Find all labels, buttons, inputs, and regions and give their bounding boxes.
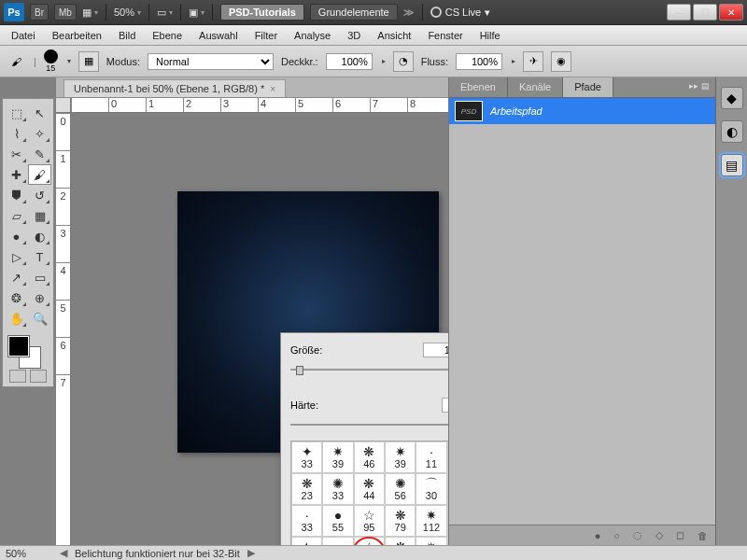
- brush-preset-cell[interactable]: ·33: [291, 505, 322, 537]
- 3d-tool[interactable]: ❂: [5, 287, 28, 308]
- brush-tool[interactable]: 🖌: [28, 164, 51, 185]
- screenmode-toggle[interactable]: [30, 370, 47, 383]
- swatches-panel-icon[interactable]: ◆: [721, 87, 743, 109]
- crop-tool[interactable]: ✂: [5, 144, 28, 164]
- bridge-button[interactable]: Br: [30, 4, 49, 21]
- fill-path-icon[interactable]: ●: [595, 530, 601, 541]
- vertical-ruler: 01234567: [56, 113, 71, 545]
- brush-preset-cell[interactable]: ❋79: [385, 505, 416, 537]
- brush-preset-cell[interactable]: ✷112: [416, 505, 446, 537]
- lasso-tool[interactable]: ⌇: [5, 123, 28, 144]
- cs-live-button[interactable]: CS Live ▾: [430, 7, 491, 19]
- size-label: Größe:: [290, 344, 337, 356]
- mode-select[interactable]: Normal: [148, 53, 274, 70]
- status-zoom[interactable]: 50%: [6, 548, 52, 559]
- brush-preset-cell[interactable]: ✦33: [291, 441, 322, 473]
- brush-preset-cell[interactable]: ✺33: [322, 473, 353, 505]
- opacity-field[interactable]: 100%: [326, 53, 373, 70]
- screenmode-dropdown[interactable]: ▣: [189, 7, 204, 19]
- eraser-tool[interactable]: ▱: [5, 205, 28, 226]
- gradient-tool[interactable]: ▦: [28, 205, 51, 226]
- chevron-right-icon[interactable]: ≫: [403, 7, 415, 19]
- blur-tool[interactable]: ●: [5, 226, 28, 246]
- new-path-icon[interactable]: ◻: [676, 529, 684, 541]
- maximize-button[interactable]: ☐: [693, 4, 717, 21]
- title-bar: Ps Br Mb ▦ 50% ▭ ▣ PSD-Tutorials Grundel…: [0, 0, 747, 25]
- brush-panel-toggle[interactable]: ▦: [78, 51, 99, 72]
- eyedropper-tool[interactable]: ✎: [28, 144, 51, 164]
- menu-3d[interactable]: 3D: [340, 27, 368, 44]
- path-to-selection-icon[interactable]: ◌: [633, 529, 642, 541]
- close-tab-icon[interactable]: ×: [270, 84, 275, 94]
- wand-tool[interactable]: ✧: [28, 123, 51, 144]
- close-button[interactable]: ✕: [719, 4, 743, 21]
- ruler-origin[interactable]: [56, 98, 71, 113]
- pressure-opacity-icon[interactable]: ◔: [393, 51, 414, 72]
- brush-preset-cell[interactable]: ✺56: [385, 473, 416, 505]
- heal-tool[interactable]: ✚: [5, 164, 28, 185]
- menu-bearbeiten[interactable]: Bearbeiten: [45, 27, 109, 44]
- grundelemente-link[interactable]: Grundelemente: [310, 4, 398, 21]
- photoshop-logo: Ps: [4, 3, 24, 21]
- dodge-tool[interactable]: ◐: [28, 226, 51, 246]
- stroke-path-icon[interactable]: ○: [613, 530, 620, 541]
- brush-preset-cell[interactable]: ❋23: [291, 473, 322, 505]
- flow-field[interactable]: 100%: [456, 53, 502, 70]
- path-thumbnail: PSD: [455, 101, 483, 121]
- color-swatches[interactable]: [5, 334, 51, 366]
- brush-preset-picker[interactable]: 15: [44, 49, 58, 73]
- brush-preset-cell[interactable]: ❋46: [354, 441, 385, 473]
- brush-preset-cell[interactable]: ✷39: [322, 441, 353, 473]
- brush-preset-cell[interactable]: ☆95: [354, 505, 385, 537]
- panel-menu-icon[interactable]: ▸▸ ▤: [684, 77, 715, 97]
- path-row-arbeitspfad[interactable]: PSD Arbeitspfad: [449, 98, 715, 124]
- zoom-tool[interactable]: 🔍: [28, 308, 51, 329]
- psd-tutorials-link[interactable]: PSD-Tutorials: [220, 4, 304, 21]
- panel-tabs: Ebenen Kanäle Pfade ▸▸ ▤: [449, 77, 715, 98]
- menu-filter[interactable]: Filter: [247, 27, 285, 44]
- shape-tool[interactable]: ▭: [28, 267, 51, 287]
- status-prev-icon[interactable]: ◀: [60, 547, 67, 559]
- brush-preset-cell[interactable]: ●55: [322, 505, 353, 537]
- brush-preset-cell[interactable]: ❋44: [354, 473, 385, 505]
- brush-preset-cell[interactable]: ⌒30: [416, 473, 446, 505]
- tab-pfade[interactable]: Pfade: [563, 77, 613, 97]
- move-tool[interactable]: ⬚: [5, 103, 28, 123]
- stamp-tool[interactable]: ⛊: [5, 185, 28, 205]
- document-tab[interactable]: Unbenannt-1 bei 50% (Ebene 1, RGB/8) *×: [63, 79, 286, 97]
- selection-to-path-icon[interactable]: ◇: [655, 529, 663, 541]
- quickmask-toggle[interactable]: [9, 370, 26, 383]
- menu-ansicht[interactable]: Ansicht: [370, 27, 418, 44]
- delete-path-icon[interactable]: 🗑: [698, 530, 708, 541]
- menu-ebene[interactable]: Ebene: [145, 27, 190, 44]
- brush-preset-cell[interactable]: ✷39: [385, 441, 416, 473]
- tab-kanaele[interactable]: Kanäle: [508, 77, 563, 97]
- marquee-tool[interactable]: ↖: [28, 103, 51, 123]
- pen-tool[interactable]: ▷: [5, 246, 28, 267]
- menu-auswahl[interactable]: Auswahl: [191, 27, 246, 44]
- history-brush-tool[interactable]: ↺: [28, 185, 51, 205]
- minibridge-button[interactable]: Mb: [54, 4, 77, 21]
- menu-fenster[interactable]: Fenster: [420, 27, 470, 44]
- status-next-icon[interactable]: ▶: [247, 547, 255, 559]
- tab-ebenen[interactable]: Ebenen: [449, 77, 508, 97]
- minimize-button[interactable]: —: [667, 4, 691, 21]
- menu-hilfe[interactable]: Hilfe: [472, 27, 508, 44]
- layout-dropdown[interactable]: ▦: [82, 7, 98, 19]
- adjustments-panel-icon[interactable]: ◐: [721, 120, 743, 143]
- menu-analyse[interactable]: Analyse: [287, 27, 338, 44]
- type-tool[interactable]: T: [28, 246, 51, 267]
- opacity-label: Deckkr.:: [281, 56, 318, 67]
- path-select-tool[interactable]: ↗: [5, 267, 28, 287]
- menu-bild[interactable]: Bild: [111, 27, 143, 44]
- 3d-camera-tool[interactable]: ⊕: [28, 287, 51, 308]
- menu-datei[interactable]: Datei: [4, 27, 43, 44]
- pressure-size-icon[interactable]: ◉: [551, 51, 571, 72]
- zoom-dropdown[interactable]: 50%: [114, 7, 141, 18]
- hand-tool[interactable]: ✋: [5, 308, 28, 329]
- status-message: Belichtung funktioniert nur bei 32-Bit: [75, 548, 240, 559]
- arrange-dropdown[interactable]: ▭: [157, 7, 173, 19]
- layers-panel-icon[interactable]: ▤: [721, 154, 743, 176]
- brush-preset-cell[interactable]: ·11: [416, 441, 446, 473]
- airbrush-icon[interactable]: ✈: [523, 51, 543, 72]
